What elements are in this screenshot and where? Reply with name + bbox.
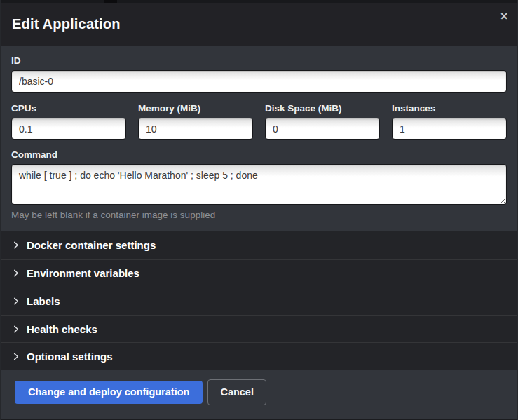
section-label: Optional settings — [27, 351, 113, 363]
section-health-checks[interactable]: Health checks — [1, 315, 517, 343]
command-textarea[interactable] — [11, 164, 507, 205]
section-environment-variables[interactable]: Environment variables — [1, 259, 517, 287]
chevron-right-icon — [12, 297, 20, 305]
cpus-field-group: CPUs — [11, 103, 126, 140]
section-label: Labels — [27, 295, 60, 307]
modal-footer: Change and deploy configuration Cancel — [1, 370, 517, 414]
disk-space-label: Disk Space (MiB) — [265, 103, 380, 114]
memory-field-group: Memory (MiB) — [138, 103, 253, 140]
cpus-input[interactable] — [11, 118, 126, 140]
edit-application-modal: Edit Application ✕ ID CPUs Memory (MiB) … — [0, 0, 518, 420]
section-label: Health checks — [27, 323, 97, 335]
instances-field-group: Instances — [392, 103, 507, 140]
change-and-deploy-button[interactable]: Change and deploy configuration — [15, 381, 203, 404]
memory-input[interactable] — [138, 118, 253, 140]
chevron-right-icon — [12, 269, 20, 277]
chevron-right-icon — [12, 325, 20, 333]
command-label: Command — [11, 149, 507, 160]
id-input[interactable] — [11, 70, 507, 93]
section-labels[interactable]: Labels — [1, 287, 517, 315]
section-optional-settings[interactable]: Optional settings — [1, 342, 517, 370]
section-label: Environment variables — [27, 267, 139, 279]
close-icon[interactable]: ✕ — [500, 11, 508, 21]
resource-row: CPUs Memory (MiB) Disk Space (MiB) Insta… — [11, 103, 507, 140]
section-docker-container-settings[interactable]: Docker container settings — [1, 231, 517, 259]
id-label: ID — [11, 55, 507, 66]
disk-space-input[interactable] — [265, 118, 380, 140]
modal-header: Edit Application ✕ — [1, 3, 517, 46]
instances-input[interactable] — [392, 118, 507, 140]
cpus-label: CPUs — [11, 103, 126, 114]
section-label: Docker container settings — [27, 239, 156, 251]
command-field-group: Command May be left blank if a container… — [11, 149, 507, 220]
accordion-panel: Docker container settings Environment va… — [1, 231, 517, 370]
modal-title: Edit Application — [12, 16, 121, 32]
memory-label: Memory (MiB) — [138, 103, 253, 114]
instances-label: Instances — [392, 103, 507, 114]
disk-space-field-group: Disk Space (MiB) — [265, 103, 380, 140]
modal-body: ID CPUs Memory (MiB) Disk Space (MiB) In… — [1, 46, 517, 220]
cancel-button[interactable]: Cancel — [207, 379, 266, 405]
id-field-group: ID — [11, 55, 507, 93]
chevron-right-icon — [12, 353, 20, 360]
chevron-right-icon — [12, 241, 20, 249]
command-help-text: May be left blank if a container image i… — [11, 210, 507, 220]
